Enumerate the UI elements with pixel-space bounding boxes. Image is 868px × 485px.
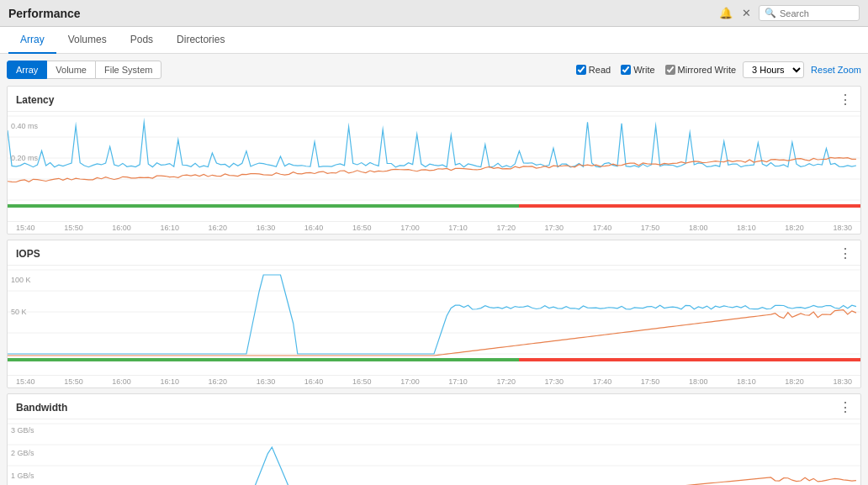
- title-bar-left: Performance: [8, 7, 81, 20]
- latency-chart-menu[interactable]: ⋮: [839, 92, 852, 108]
- sub-tabs: Array Volume File System: [7, 61, 161, 79]
- latency-canvas: [8, 112, 860, 204]
- iops-time-axis: 15:4015:5016:0016:1016:2016:3016:4016:50…: [8, 375, 860, 387]
- search-box[interactable]: 🔍: [759, 5, 860, 21]
- iops-canvas: [8, 266, 860, 358]
- close-icon[interactable]: ✕: [738, 6, 754, 21]
- bell-icon[interactable]: 🔔: [718, 6, 733, 21]
- checkbox-group: Read Write Mirrored Write: [576, 65, 736, 75]
- controls-right: Read Write Mirrored Write 3 Hours Reset …: [576, 61, 861, 78]
- iops-y-label-2: 50 K: [11, 308, 27, 316]
- iops-chart-body: 100 K 50 K: [8, 266, 860, 375]
- reset-zoom-button[interactable]: Reset Zoom: [811, 65, 861, 75]
- title-bar: Performance 🔔 ✕ 🔍: [0, 0, 868, 27]
- latency-time-axis: 15:4015:5016:0016:1016:2016:3016:4016:50…: [8, 221, 860, 234]
- bandwidth-chart-header: Bandwidth ⋮: [8, 394, 860, 419]
- mirrored-write-label: Mirrored Write: [678, 65, 736, 75]
- bandwidth-chart-menu[interactable]: ⋮: [839, 399, 852, 415]
- page-title: Performance: [8, 7, 81, 20]
- read-label: Read: [589, 65, 611, 75]
- iops-chart-menu[interactable]: ⋮: [839, 245, 852, 261]
- iops-chart-panel: IOPS ⋮ 100 K 50 K 15:4015:5016:0016:1016…: [7, 240, 861, 388]
- latency-chart-title: Latency: [16, 94, 54, 106]
- subtab-array[interactable]: Array: [7, 61, 47, 79]
- bandwidth-chart-title: Bandwidth: [16, 402, 67, 414]
- write-checkbox[interactable]: [621, 65, 631, 75]
- write-label: Write: [633, 65, 654, 75]
- iops-status-bar: [8, 358, 860, 361]
- iops-chart-title: IOPS: [16, 248, 40, 260]
- latency-y-label-2: 0.20 ms: [11, 154, 38, 162]
- subtab-filesystem[interactable]: File System: [95, 61, 161, 79]
- subtab-volume[interactable]: Volume: [46, 61, 96, 79]
- latency-chart-panel: Latency ⋮ 0.40 ms 0.20 ms 15:4015:5016:0…: [7, 86, 861, 235]
- content-area: Array Volume File System Read Write Mirr…: [0, 54, 868, 485]
- search-icon: 🔍: [765, 8, 776, 18]
- sub-tab-bar: Array Volume File System Read Write Mirr…: [7, 61, 861, 79]
- bandwidth-y-label-2: 2 GB/s: [11, 449, 34, 457]
- search-input[interactable]: [780, 8, 855, 18]
- iops-chart-header: IOPS ⋮: [8, 240, 860, 266]
- bandwidth-chart-panel: Bandwidth ⋮ 3 GB/s 2 GB/s 1 GB/s 15:4015…: [7, 393, 861, 485]
- read-checkbox-label[interactable]: Read: [576, 65, 611, 75]
- iops-y-label-1: 100 K: [11, 276, 31, 284]
- bandwidth-canvas: [8, 419, 860, 485]
- bandwidth-y-label-1: 3 GB/s: [11, 426, 34, 435]
- latency-chart-body: 0.40 ms 0.20 ms: [8, 112, 860, 221]
- bandwidth-chart-body: 3 GB/s 2 GB/s 1 GB/s: [8, 419, 860, 485]
- latency-chart-header: Latency ⋮: [8, 87, 860, 112]
- write-checkbox-label[interactable]: Write: [621, 65, 654, 75]
- tab-volumes[interactable]: Volumes: [56, 27, 119, 54]
- time-range-select[interactable]: 3 Hours: [743, 61, 804, 78]
- main-tabs: Array Volumes Pods Directories: [0, 27, 868, 54]
- read-checkbox[interactable]: [576, 65, 586, 75]
- tab-array[interactable]: Array: [8, 27, 56, 54]
- tab-directories[interactable]: Directories: [165, 27, 236, 54]
- latency-y-label-1: 0.40 ms: [11, 122, 38, 130]
- mirrored-write-checkbox-label[interactable]: Mirrored Write: [665, 65, 736, 75]
- title-bar-right: 🔔 ✕ 🔍: [718, 5, 860, 21]
- tab-pods[interactable]: Pods: [119, 27, 165, 54]
- bandwidth-y-label-3: 1 GB/s: [11, 472, 34, 480]
- mirrored-write-checkbox[interactable]: [665, 65, 675, 75]
- latency-status-bar: [8, 204, 860, 208]
